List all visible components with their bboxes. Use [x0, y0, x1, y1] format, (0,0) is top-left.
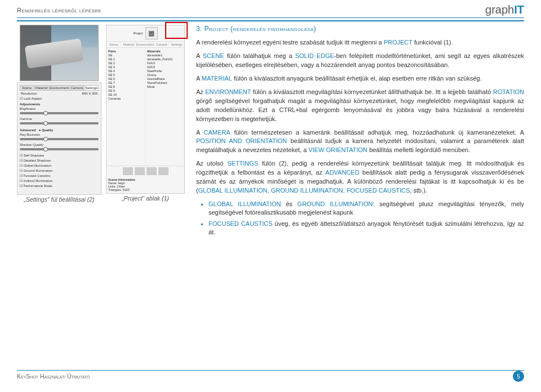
raybounces-slider: [20, 138, 99, 140]
list-item: N/A/3: [147, 65, 183, 69]
settings-caption: „Settings" fül beállításai (2): [17, 196, 101, 203]
list-item: SE 9: [108, 88, 144, 92]
section-heading: 3. Project (renderelés finomhangolása): [196, 25, 524, 33]
list-item: SteelPolite: [147, 69, 183, 73]
keyword-camera: CAMERA: [204, 129, 230, 136]
tab-settings: Settings: [85, 85, 99, 91]
keyword-project: PROJECT: [384, 39, 413, 46]
indirect-illum: Indirect Illumination: [20, 179, 99, 182]
list-item: Cameras: [108, 96, 144, 100]
keyword-vieworientation: VIEW ORIENTATION: [308, 146, 367, 153]
list-item: abrasable_Polish1: [147, 57, 183, 61]
logo-it: IT: [514, 3, 524, 16]
text: görgő segítségével forgathatjuk magát a …: [196, 97, 524, 122]
thin-divider: [17, 17, 524, 18]
keyword-solidedge: SOLID EDGE: [295, 52, 334, 59]
gamma-slider: [20, 122, 99, 124]
detailed-shadows: Detailed Shadows: [20, 158, 99, 162]
keyword-illum-list: GLOBAL ILLUMINATION, GROUND ILLUMINATION…: [198, 187, 410, 194]
paragraph-4: Az ENVIRONMENT fülön a kiválasztott megv…: [196, 88, 524, 124]
text: A: [196, 75, 202, 82]
keyword-material: MATERIAL: [202, 75, 232, 82]
text: beállítás melletti legördülő menüben.: [367, 146, 470, 153]
resolution-label: Resolution:: [21, 92, 38, 95]
paragraph-6: Az utolsó SETTINGS fülön (2), pedig a re…: [196, 159, 524, 195]
performance-mode: Performance Mode: [20, 184, 99, 188]
keyword-environment: ENVIRONMENT: [205, 88, 251, 95]
paragraph-5: A CAMERA fülön természetesen a kameránk …: [196, 128, 524, 155]
footer-text: KeyShot Használati Útmutató: [17, 373, 90, 380]
lock-aspect: Lock Aspect: [20, 96, 99, 100]
res-x: X: [88, 92, 91, 95]
left-column: Scene Material Environment Camera Settin…: [17, 25, 186, 239]
bullet-2: FOCUSED CAUSTICS üveg, és egyéb áttetsző…: [196, 220, 524, 237]
list-item: SE 10: [108, 92, 144, 96]
keyword-global-illum: GLOBAL ILLUMINATION: [209, 201, 281, 207]
project-icon: ▦: [145, 27, 158, 39]
ptab-camera: Camera: [154, 42, 170, 47]
paragraph-1: A renderelési környezet egyéni testre sz…: [196, 38, 524, 47]
list-item: StonePolished: [147, 81, 183, 84]
advanced-section: Advanced: [20, 128, 36, 132]
list-item: SE 4: [108, 69, 144, 73]
list-item: SE 3: [108, 65, 144, 69]
ptab-material: Material: [122, 42, 137, 47]
list-item: SE 6: [108, 77, 144, 81]
keyword-position: POSITION AND ORIENTATION: [196, 137, 287, 144]
paragraph-2: A SCENE fülön találhatjuk meg a SOLID ED…: [196, 52, 524, 70]
figure-settings: Scene Material Environment Camera Settin…: [17, 25, 101, 203]
page-footer: KeyShot Használati Útmutató 5: [17, 368, 524, 382]
shadow-quality-slider: [20, 148, 99, 150]
focused-caustics: Focused Caustics: [20, 173, 99, 177]
text: , stb.).: [410, 187, 427, 194]
logo: graphIT: [485, 3, 524, 16]
keyword-settings: SETTINGS: [227, 160, 258, 167]
text: fülön a kiválasztott megvilágítási körny…: [251, 88, 493, 95]
text: A: [196, 52, 203, 59]
list-item: GraniteBlack: [147, 77, 183, 81]
project-panel-mock: Project ▦ Scene Material Environment Cam…: [106, 25, 185, 194]
triangles-label: Triangles:: [108, 188, 122, 191]
right-column: 3. Project (renderelés finomhangolása) A…: [196, 25, 524, 239]
project-header: Project: [133, 32, 143, 35]
settings-panel-mock: Scene Material Environment Camera Settin…: [17, 82, 101, 195]
tab-camera: Camera: [70, 85, 84, 91]
text: és: [281, 201, 298, 207]
keyword-ground-illum: GROUND ILLUMINATION: [298, 201, 373, 207]
list-item: Glossy: [147, 73, 183, 77]
list-item: SE 5: [108, 73, 144, 77]
ground-illum: Ground Illumination: [20, 168, 99, 172]
figure-project: Project ▦ Scene Material Environment Cam…: [106, 25, 185, 203]
content: Scene Material Environment Camera Settin…: [0, 25, 541, 239]
adjustments-section: Adjustments: [20, 103, 99, 106]
brightness-slider: [20, 112, 99, 114]
keyword-scene: SCENE: [203, 52, 224, 59]
tab-material: Material: [34, 85, 48, 91]
quality-label: Quality: [42, 128, 53, 132]
ptab-settings: Settings: [169, 42, 184, 47]
text: A: [196, 129, 204, 136]
header-divider: [17, 20, 524, 21]
red-annotation-box: [165, 22, 188, 39]
brightness-label: Brightness: [20, 107, 99, 110]
render-thumbnail: [20, 25, 99, 81]
ptab-environment: Environment: [136, 42, 154, 47]
res-w: 800: [82, 92, 88, 95]
parts-header: Parts: [108, 49, 144, 53]
project-caption: „Project" ablak (1): [106, 195, 185, 202]
keyword-focused-caustics: FOCUSED CAUSTICS: [209, 220, 272, 227]
raybounces-label: Ray Bounces: [20, 133, 99, 136]
triangles-value: 5190: [122, 188, 129, 191]
header-title: Renderelés lépésről lépésre: [17, 7, 101, 14]
keyword-advanced: ADVANCED: [325, 169, 359, 176]
keyword-rotation: ROTATION: [493, 88, 524, 95]
list-item: N/A/3: [147, 61, 183, 65]
global-illum: Global Illumination: [20, 163, 99, 167]
text: funkcióval (1).: [413, 39, 453, 46]
text: fülön természetesen a kameránk beállítás…: [230, 129, 524, 136]
tab-scene: Scene: [20, 85, 34, 91]
materials-header: Materials: [147, 49, 183, 53]
paragraph-3: A MATERIAL fülön a kiválasztott anyagunk…: [196, 74, 524, 83]
list-item: SE 2: [108, 61, 144, 65]
text: fülön a kiválasztott anyagunk beállítása…: [232, 75, 482, 82]
